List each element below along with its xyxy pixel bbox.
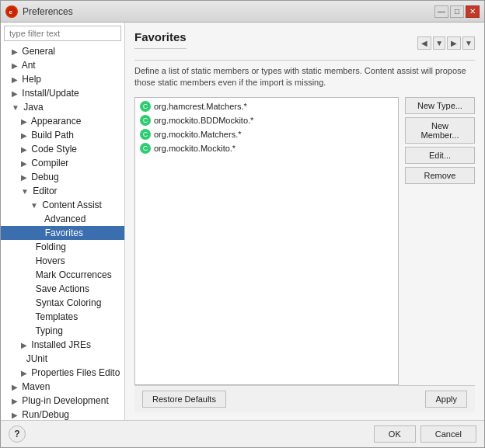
restore-defaults-button[interactable]: Restore Defaults — [142, 391, 226, 408]
maximize-button[interactable]: □ — [450, 5, 464, 18]
fav-label-mockito: org.mockito.Mockito.* — [154, 144, 236, 153]
fav-label-hamcrest: org.hamcrest.Matchers.* — [154, 102, 247, 111]
tree-item-favorites[interactable]: Favorites — [1, 226, 124, 240]
tree-item-code-style[interactable]: ▶ Code Style — [1, 142, 124, 156]
tree-item-general[interactable]: ▶ General — [1, 44, 124, 58]
tree-item-hovers[interactable]: Hovers — [1, 254, 124, 268]
expand-icon-java: ▼ — [12, 103, 19, 112]
new-member-button[interactable]: New Member... — [405, 117, 475, 144]
panel-description: Define a list of static members or types… — [134, 65, 475, 89]
tree-area: ▶ General ▶ Ant ▶ Help ▶ Install/Update … — [1, 44, 124, 420]
tree-item-installed-jres[interactable]: ▶ Installed JREs — [1, 338, 124, 352]
panel-title: Favorites — [134, 30, 187, 49]
fav-item-matchers[interactable]: C org.mockito.Matchers.* — [137, 127, 396, 141]
nav-back-dropdown[interactable]: ▼ — [433, 36, 445, 50]
side-buttons: New Type... New Member... Edit... Remove — [405, 97, 475, 385]
fav-icon-matchers: C — [140, 129, 151, 140]
tree-item-plugin-dev[interactable]: ▶ Plug-in Development — [1, 394, 124, 408]
nav-back-button[interactable]: ◀ — [417, 36, 431, 50]
tree-item-java[interactable]: ▼ Java — [1, 100, 124, 114]
expand-icon-content-assist: ▼ — [30, 201, 38, 210]
tree-item-build-path[interactable]: ▶ Build Path — [1, 128, 124, 142]
left-panel: ▶ General ▶ Ant ▶ Help ▶ Install/Update … — [1, 23, 125, 420]
expand-icon-build-path: ▶ — [21, 131, 27, 140]
fav-icon-hamcrest: C — [140, 101, 151, 112]
filter-input[interactable] — [4, 26, 121, 41]
tree-item-editor[interactable]: ▼ Editor — [1, 184, 124, 198]
expand-icon-maven: ▶ — [12, 383, 18, 391]
expand-icon-plugin: ▶ — [12, 397, 18, 405]
footer-bar: ? OK Cancel — [1, 420, 484, 447]
content-area: ▶ General ▶ Ant ▶ Help ▶ Install/Update … — [1, 23, 484, 420]
expand-icon-code-style: ▶ — [21, 145, 27, 154]
window-controls: — □ ✕ — [434, 5, 480, 18]
close-button[interactable]: ✕ — [466, 5, 480, 18]
expand-icon-run-debug: ▶ — [12, 411, 18, 419]
fav-icon-mockito: C — [140, 143, 151, 154]
app-icon: e — [5, 5, 18, 18]
tree-item-content-assist[interactable]: ▼ Content Assist — [1, 198, 124, 212]
nav-forward-dropdown[interactable]: ▼ — [462, 36, 475, 50]
window-title: Preferences — [23, 6, 73, 17]
fav-item-hamcrest[interactable]: C org.hamcrest.Matchers.* — [137, 99, 396, 113]
edit-button[interactable]: Edit... — [405, 147, 475, 164]
ok-button[interactable]: OK — [374, 425, 416, 443]
tree-item-ant[interactable]: ▶ Ant — [1, 58, 124, 72]
expand-icon-appearance: ▶ — [21, 117, 27, 126]
expand-icon-help: ▶ — [12, 75, 18, 84]
right-panel: Favorites ◀ ▼ ▶ ▼ Define a list of stati… — [125, 23, 484, 420]
apply-button[interactable]: Apply — [425, 391, 467, 408]
tree-item-advanced[interactable]: Advanced — [1, 212, 124, 226]
footer-right: OK Cancel — [374, 425, 476, 443]
tree-item-save-actions[interactable]: Save Actions — [1, 282, 124, 296]
tree-item-appearance[interactable]: ▶ Appearance — [1, 114, 124, 128]
bottom-bar: Restore Defaults Apply — [134, 385, 475, 412]
svg-text:e: e — [9, 9, 13, 16]
tree-item-folding[interactable]: Folding — [1, 240, 124, 254]
fav-item-bddmockito[interactable]: C org.mockito.BDDMockito.* — [137, 113, 396, 127]
expand-icon-general: ▶ — [12, 47, 18, 56]
cancel-button[interactable]: Cancel — [420, 425, 476, 443]
expand-icon-installed-jres: ▶ — [21, 341, 27, 349]
fav-label-matchers: org.mockito.Matchers.* — [154, 130, 241, 139]
expand-icon-properties: ▶ — [21, 369, 27, 377]
new-type-button[interactable]: New Type... — [405, 97, 475, 114]
tree-item-compiler[interactable]: ▶ Compiler — [1, 156, 124, 170]
expand-icon-editor: ▼ — [21, 187, 29, 196]
tree-item-mark-occurrences[interactable]: Mark Occurrences — [1, 268, 124, 282]
tree-item-syntax-coloring[interactable]: Syntax Coloring — [1, 296, 124, 310]
remove-button[interactable]: Remove — [405, 167, 475, 184]
tree-item-junit[interactable]: JUnit — [1, 352, 124, 366]
expand-icon-compiler: ▶ — [21, 159, 27, 168]
tree-item-maven[interactable]: ▶ Maven — [1, 380, 124, 394]
preferences-window: e Preferences — □ ✕ ▶ General ▶ Ant — [0, 0, 485, 448]
footer-left: ? — [9, 425, 26, 443]
tree-item-typing[interactable]: Typing — [1, 324, 124, 338]
nav-toolbar: ◀ ▼ ▶ ▼ — [417, 36, 475, 50]
favorites-list[interactable]: C org.hamcrest.Matchers.* C org.mockito.… — [134, 97, 399, 385]
minimize-button[interactable]: — — [434, 5, 448, 18]
tree-item-properties-files[interactable]: ▶ Properties Files Edito — [1, 366, 124, 380]
fav-item-mockito[interactable]: C org.mockito.Mockito.* — [137, 141, 396, 155]
tree-item-run-debug[interactable]: ▶ Run/Debug — [1, 408, 124, 420]
title-bar: e Preferences — □ ✕ — [1, 1, 484, 23]
tree-item-help[interactable]: ▶ Help — [1, 72, 124, 86]
expand-icon-ant: ▶ — [12, 61, 18, 70]
fav-label-bddmockito: org.mockito.BDDMockito.* — [154, 116, 253, 125]
favorites-content: C org.hamcrest.Matchers.* C org.mockito.… — [134, 97, 475, 385]
fav-icon-bddmockito: C — [140, 115, 151, 126]
nav-forward-button[interactable]: ▶ — [447, 36, 461, 50]
expand-icon-debug: ▶ — [21, 173, 27, 182]
title-bar-left: e Preferences — [5, 5, 73, 18]
tree-item-debug[interactable]: ▶ Debug — [1, 170, 124, 184]
help-button[interactable]: ? — [9, 425, 26, 443]
tree-item-install-update[interactable]: ▶ Install/Update — [1, 86, 124, 100]
expand-icon-install: ▶ — [12, 89, 18, 98]
tree-item-templates[interactable]: Templates — [1, 310, 124, 324]
